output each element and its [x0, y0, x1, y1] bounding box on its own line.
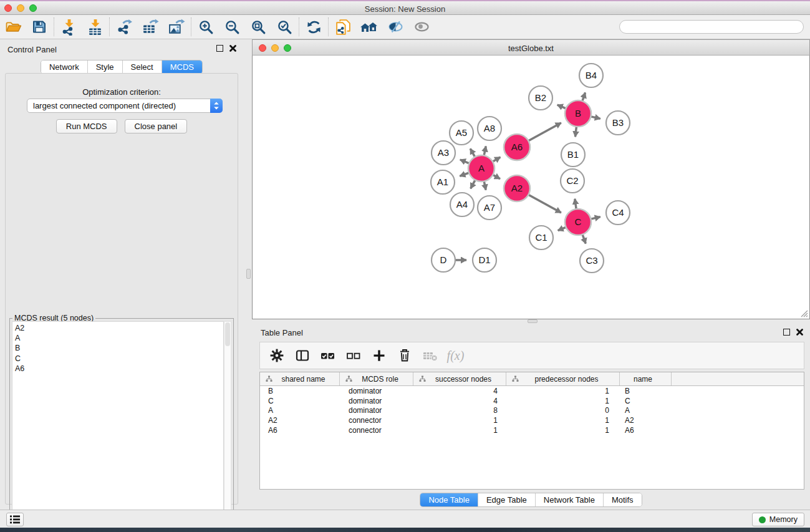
table-row[interactable]: Bdominator41B [260, 386, 804, 396]
table-cell[interactable]: A6 [620, 426, 672, 435]
graph-node-C4[interactable]: C4 [606, 201, 630, 225]
column-header-successor-nodes[interactable]: successor nodes [413, 372, 506, 385]
vertical-splitter-handle[interactable] [246, 269, 251, 279]
table-cell[interactable]: dominator [340, 397, 413, 405]
graph-node-D1[interactable]: D1 [473, 248, 496, 272]
float-panel-icon[interactable] [783, 329, 790, 336]
import-table-button[interactable] [82, 16, 108, 37]
table-cell[interactable]: 8 [413, 406, 506, 415]
graph-node-A7[interactable]: A7 [478, 196, 501, 220]
table-cell[interactable]: 0 [506, 406, 620, 415]
network-canvas[interactable]: B4B2BB3A5A8A6B1A3AC2A1A2A4A7CC4C1C3DD1 [252, 56, 810, 319]
close-panel-icon[interactable] [229, 44, 237, 52]
import-network-button[interactable] [55, 16, 82, 37]
optimization-criterion-select[interactable]: largest connected component (directed) [27, 99, 223, 113]
mcds-result-list[interactable]: A2ABCA6 [12, 321, 224, 530]
graph-node-A6[interactable]: A6 [504, 134, 530, 160]
column-header-MCDS-role[interactable]: MCDS role [340, 372, 413, 385]
graph-node-B2[interactable]: B2 [529, 86, 552, 110]
result-scrollbar[interactable] [224, 321, 231, 530]
table-row[interactable]: Cdominator41C [260, 396, 804, 406]
graph-node-B3[interactable]: B3 [606, 111, 630, 135]
graph-node-A4[interactable]: A4 [450, 193, 474, 216]
table-cell[interactable]: 1 [413, 426, 506, 435]
table-cell[interactable]: 1 [506, 397, 620, 405]
tab-select[interactable]: Select [122, 60, 162, 74]
table-row[interactable]: Adominator80A [260, 406, 804, 416]
table-settings-button[interactable] [265, 344, 288, 367]
column-header-predecessor-nodes[interactable]: predecessor nodes [506, 372, 620, 385]
table-cell[interactable]: A2 [260, 416, 340, 425]
function-builder-button[interactable]: f(x) [444, 344, 467, 367]
table-row[interactable]: A2connector11A2 [260, 415, 804, 425]
unselect-all-button[interactable] [342, 344, 365, 367]
clone-network-button[interactable] [330, 16, 356, 37]
export-image-button[interactable] [163, 16, 190, 37]
table-cell[interactable]: dominator [340, 387, 413, 395]
table-cell[interactable]: 1 [506, 426, 620, 435]
zoom-selected-button[interactable] [271, 16, 297, 37]
tab-edge-table[interactable]: Edge Table [478, 493, 535, 506]
close-panel-icon[interactable] [796, 328, 804, 336]
hide-panels-button[interactable] [382, 16, 408, 37]
zoom-out-button[interactable] [219, 16, 245, 37]
graph-node-A2[interactable]: A2 [504, 175, 530, 201]
home-button[interactable] [356, 16, 382, 37]
network-window-titlebar[interactable]: testGlobe.txt [252, 39, 810, 56]
graph-edge-A6-B[interactable] [527, 123, 561, 142]
table-cell[interactable]: A2 [620, 416, 672, 425]
graph-node-B1[interactable]: B1 [561, 143, 585, 167]
graph-node-B[interactable]: B [565, 100, 591, 127]
horizontal-splitter-handle[interactable] [528, 319, 538, 323]
mcds-result-item[interactable]: B [15, 343, 223, 353]
table-cell[interactable]: 1 [413, 416, 506, 425]
mcds-result-item[interactable]: C [15, 354, 223, 364]
zoom-in-button[interactable] [193, 16, 219, 37]
select-all-button[interactable] [316, 344, 339, 367]
refresh-button[interactable] [301, 16, 327, 37]
table-row[interactable]: A6connector11A6 [260, 425, 804, 435]
show-columns-button[interactable] [291, 344, 314, 367]
tab-node-table[interactable]: Node Table [420, 493, 478, 506]
table-cell[interactable]: dominator [340, 406, 413, 415]
table-cell[interactable]: A [260, 406, 340, 415]
graph-node-A[interactable]: A [468, 155, 494, 181]
add-column-button[interactable] [367, 344, 390, 367]
task-history-button[interactable] [6, 513, 24, 526]
table-cell[interactable]: B [620, 387, 672, 395]
tab-motifs[interactable]: Motifs [603, 493, 642, 506]
table-cell[interactable]: B [260, 387, 340, 395]
graph-node-A3[interactable]: A3 [432, 141, 455, 165]
tab-style[interactable]: Style [87, 60, 122, 74]
scrollbar-thumb[interactable] [225, 322, 230, 346]
close-panel-button[interactable]: Close panel [125, 119, 188, 133]
graph-node-A8[interactable]: A8 [478, 117, 501, 140]
table-cell[interactable]: C [620, 397, 672, 405]
resize-grip-icon[interactable] [799, 309, 808, 317]
table-cell[interactable]: connector [340, 426, 413, 435]
show-panels-button[interactable] [408, 16, 435, 37]
table-cell[interactable]: 4 [413, 387, 506, 395]
run-mcds-button[interactable]: Run MCDS [56, 119, 117, 133]
graph-node-C1[interactable]: C1 [529, 226, 553, 249]
export-table-button[interactable] [137, 16, 163, 37]
graph-node-A1[interactable]: A1 [431, 170, 455, 194]
tab-mcds[interactable]: MCDS [162, 60, 202, 74]
float-panel-icon[interactable] [216, 45, 223, 52]
delete-column-button[interactable] [393, 344, 416, 367]
table-cell[interactable]: A [620, 406, 672, 415]
column-header-name[interactable]: name [620, 372, 672, 385]
export-network-button[interactable] [111, 16, 137, 37]
mcds-result-item[interactable]: A2 [15, 323, 223, 333]
delete-table-button[interactable] [418, 344, 441, 367]
graph-node-C[interactable]: C [565, 209, 591, 235]
table-cell[interactable]: A6 [260, 426, 340, 435]
open-session-button[interactable] [0, 16, 26, 37]
tab-network-table[interactable]: Network Table [535, 493, 603, 506]
graph-node-B4[interactable]: B4 [579, 64, 603, 87]
mcds-result-item[interactable]: A6 [15, 364, 223, 374]
graph-node-D[interactable]: D [432, 248, 455, 272]
memory-button[interactable]: Memory [752, 513, 804, 526]
graph-node-C2[interactable]: C2 [561, 169, 584, 193]
mcds-result-item[interactable]: A [15, 333, 223, 343]
